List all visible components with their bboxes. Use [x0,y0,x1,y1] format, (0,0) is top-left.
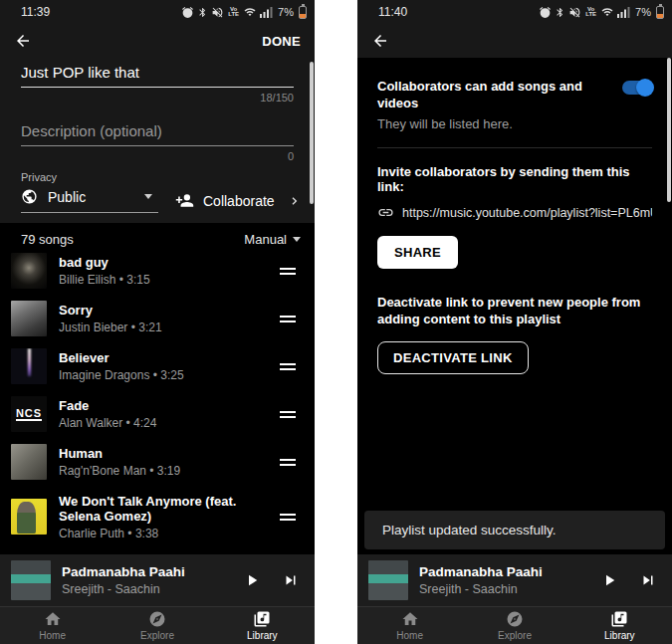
wifi-icon [600,6,614,18]
privacy-value: Public [48,189,86,205]
playlist-title-input[interactable] [21,64,294,88]
now-playing-subtitle: Sreejith - Saachin [419,582,600,596]
screen-collaborate: 11:40 VoLTE 7% Collaborators can add son… [357,0,672,644]
chevron-right-icon[interactable] [287,193,303,209]
invite-label: Invite collaborators by sending them thi… [377,164,652,194]
share-button[interactable]: SHARE [377,236,458,269]
drag-handle-icon[interactable] [280,265,296,278]
scrollbar[interactable] [667,58,671,202]
collaborators-toggle-sub: They will be listed here. [377,116,652,131]
nav-library[interactable]: Library [567,607,672,644]
song-row[interactable]: SorryJustin Bieber • 3:21 [0,295,315,342]
song-row[interactable]: We Don't Talk Anymore (feat. Selena Gome… [0,486,315,547]
scrollbar[interactable] [310,62,314,204]
battery-percent: 7% [278,6,294,18]
mute-icon [211,6,224,19]
divider [377,147,652,148]
title-char-count: 18/150 [21,92,294,105]
now-playing-bar[interactable]: Padmanabha Paahi Sreejith - Saachin [357,554,672,606]
sort-dropdown[interactable]: Manual [244,232,301,247]
status-bar: 11:40 VoLTE 7% [357,0,672,24]
bottom-nav: Home Explore Library [357,606,672,644]
song-title: Believer [59,350,272,365]
drag-handle-icon[interactable] [280,313,296,325]
home-icon [401,610,419,628]
skip-next-icon[interactable] [282,571,300,589]
invite-link-row[interactable]: https://music.youtube.com/playlist?list=… [377,204,652,221]
collaborators-toggle-row: Collaborators can add songs and videos [377,78,652,111]
explore-icon [506,610,524,628]
edit-section: 11:39 VoLTE 7% DONE 18/150 0 Pr [0,0,315,223]
album-art [11,348,47,384]
person-add-icon [175,191,194,210]
wifi-icon [243,6,257,18]
description-input[interactable] [21,122,294,146]
album-art [11,301,47,336]
nav-label: Explore [498,630,532,641]
nav-home[interactable]: Home [0,607,105,644]
nav-explore[interactable]: Explore [105,607,209,644]
song-row[interactable]: BelieverImagine Dragons • 3:25 [0,342,315,390]
drag-handle-icon[interactable] [280,360,296,373]
nav-explore[interactable]: Explore [462,607,566,644]
collaborate-content: Collaborators can add songs and videos T… [357,78,672,374]
nav-home[interactable]: Home [357,607,462,644]
now-playing-art [11,560,51,600]
drag-handle-icon[interactable] [280,408,296,421]
song-subtitle: Imagine Dragons • 3:25 [59,368,272,382]
done-button[interactable]: DONE [262,34,301,49]
clock: 11:40 [378,5,407,19]
back-arrow-icon[interactable] [14,32,32,50]
bottom-nav: Home Explore Library [0,606,315,644]
caret-down-icon [144,194,152,199]
drag-handle-icon[interactable] [280,511,296,524]
privacy-label: Privacy [21,171,294,183]
collaborate-label: Collaborate [203,193,275,209]
signal-icon [260,6,273,18]
toggle-knob [636,79,654,97]
album-art: NCS [11,396,47,432]
alarm-icon [539,6,552,19]
play-icon[interactable] [600,571,618,589]
battery-icon [656,6,664,19]
app-bar: DONE [0,24,315,58]
album-art [11,253,47,289]
song-count: 79 songs [21,232,74,247]
alarm-icon [181,6,194,19]
now-playing-bar[interactable]: Padmanabha Paahi Sreejith - Saachin [0,554,315,606]
song-title: bad guy [59,255,272,270]
deactivate-link-button[interactable]: DEACTIVATE LINK [377,341,529,374]
nav-label: Home [396,630,423,641]
volte-icon: VoLTE [227,7,240,17]
play-icon[interactable] [243,571,261,589]
explore-icon [148,610,166,628]
battery-percent: 7% [635,6,651,18]
link-icon [377,204,394,221]
song-list-header: 79 songs Manual [0,223,315,247]
song-title: We Don't Talk Anymore (feat. Selena Gome… [59,494,272,524]
deactivate-description: Deactivate link to prevent new people fr… [377,294,648,327]
song-row[interactable]: HumanRag'n'Bone Man • 3:19 [0,438,315,486]
song-subtitle: Billie Eilish • 3:15 [59,273,272,287]
song-title: Fade [59,398,272,413]
song-row[interactable]: NCS FadeAlan Walker • 4:24 [0,390,315,438]
album-art [11,499,47,535]
invite-link-url: https://music.youtube.com/playlist?list=… [402,206,652,220]
nav-label: Home [39,630,66,641]
collaborators-toggle[interactable] [622,81,652,95]
song-title: Human [59,446,272,461]
skip-next-icon[interactable] [639,571,657,589]
song-subtitle: Alan Walker • 4:24 [59,416,272,430]
privacy-dropdown[interactable]: Public [21,188,158,213]
status-icons: VoLTE 7% [181,6,307,19]
clock: 11:39 [21,5,50,19]
back-arrow-icon[interactable] [371,32,389,50]
song-title: Sorry [59,303,272,318]
battery-icon [299,6,307,19]
drag-handle-icon[interactable] [280,456,296,469]
collaborate-button[interactable]: Collaborate [175,191,275,210]
song-subtitle: Charlie Puth • 3:38 [59,527,272,540]
song-row[interactable]: bad guyBillie Eilish • 3:15 [0,247,315,295]
app-bar [357,24,672,58]
nav-library[interactable]: Library [210,607,315,644]
